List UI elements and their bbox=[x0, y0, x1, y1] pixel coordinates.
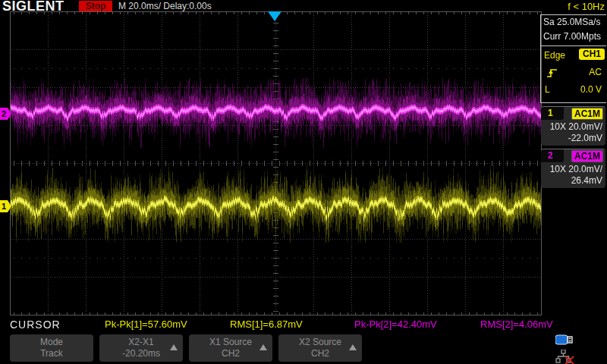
softkey-x1-source[interactable]: X1 Source CH2 bbox=[189, 334, 272, 362]
trigger-type: Edge bbox=[544, 50, 565, 61]
channel1-offset: -22.0mV bbox=[568, 133, 602, 143]
softkey-mode[interactable]: Mode Track bbox=[10, 334, 93, 362]
softkey-x2-x1[interactable]: X2-X1 -20.20ms bbox=[99, 334, 183, 362]
channel2-scale: 10X 20.0mV/ bbox=[550, 164, 602, 174]
timebase-readout: M 20.0ms/ Delay:0.00s bbox=[118, 1, 212, 11]
trigger-info-box: Edge CH1 AC L 0.0 V bbox=[540, 46, 606, 103]
sample-rate: Sa 25.0MSa/s bbox=[541, 15, 606, 30]
softkey-mode-value: Track bbox=[10, 348, 93, 359]
channel1-level-marker[interactable]: 1 bbox=[0, 200, 8, 212]
channel2-offset: 26.4mV bbox=[571, 175, 602, 186]
trigger-level-value: 0.0 V bbox=[580, 84, 602, 95]
acquisition-info-box: Sa 25.0MSa/s Curr 7.00Mpts bbox=[540, 14, 606, 46]
memory-depth: Curr 7.00Mpts bbox=[541, 30, 606, 44]
measurement-rms-ch1: RMS[1]=6.87mV bbox=[230, 318, 303, 330]
trigger-level-label: L bbox=[545, 84, 550, 95]
lan-disconnected-icon bbox=[555, 350, 575, 364]
cursor-mode-label: CURSOR bbox=[10, 318, 61, 331]
channel1-scale: 10X 20.0mV/ bbox=[550, 121, 602, 132]
trigger-source-badge: CH1 bbox=[579, 49, 605, 60]
measurement-pkpk-ch1: Pk-Pk[1]=57.60mV bbox=[105, 318, 187, 330]
oscilloscope-screen: SIGLENT Stop M 20.0ms/ Delay:0.00s 2 1 f… bbox=[0, 0, 607, 364]
status-panel: f < 10Hz Sa 25.0MSa/s Curr 7.00Mpts Edge… bbox=[540, 0, 607, 364]
trigger-frequency-readout: f < 10Hz bbox=[568, 1, 605, 12]
channel2-info-box[interactable]: 2 AC1M 10X 20.0mV/ 26.4mV bbox=[541, 149, 605, 188]
channel1-coupling-badge: AC1M bbox=[571, 108, 603, 120]
measurement-row: CURSOR Pk-Pk[1]=57.60mV RMS[1]=6.87mV Pk… bbox=[0, 318, 540, 332]
channel2-number: 2 bbox=[548, 150, 553, 161]
channel1-number: 1 bbox=[548, 108, 553, 118]
channel2-coupling-badge: AC1M bbox=[571, 150, 603, 162]
measurement-rms-ch2: RMS[2]=4.06mV bbox=[480, 318, 553, 330]
channel1-info-box[interactable]: 1 AC1M 10X 20.0mV/ -22.0mV bbox=[541, 106, 605, 146]
measurement-pkpk-ch2: Pk-Pk[2]=42.40mV bbox=[354, 318, 437, 330]
softkey-x2-source[interactable]: X2 Source CH2 bbox=[278, 334, 362, 362]
waveform-display bbox=[10, 11, 542, 315]
trigger-coupling: AC bbox=[589, 67, 602, 77]
up-arrow-icon bbox=[170, 344, 178, 350]
rising-edge-icon bbox=[547, 67, 558, 79]
run-state-badge[interactable]: Stop bbox=[79, 1, 112, 11]
channel2-level-marker[interactable]: 2 bbox=[0, 108, 8, 120]
softkey-mode-label: Mode bbox=[10, 337, 93, 347]
up-arrow-icon bbox=[349, 344, 357, 350]
trigger-position-marker[interactable] bbox=[268, 11, 281, 21]
usb-icon bbox=[555, 334, 574, 345]
up-arrow-icon bbox=[259, 344, 267, 350]
